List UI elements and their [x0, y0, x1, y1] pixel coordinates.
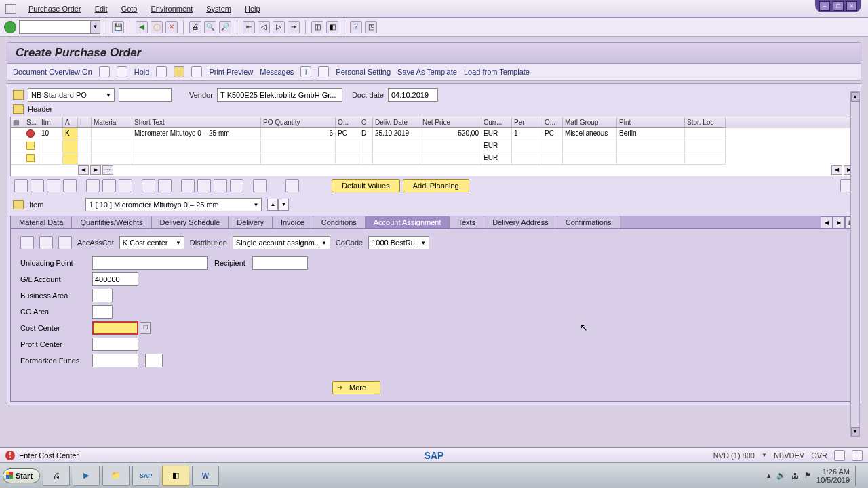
config-icon[interactable]: ⋯ [102, 165, 113, 175]
tray-show-desktop[interactable] [855, 466, 860, 486]
taskbar-word-icon[interactable]: W [192, 466, 219, 486]
hold-button[interactable]: Hold [134, 68, 150, 76]
more-button[interactable]: More [332, 381, 380, 394]
tab-conditions[interactable]: Conditions [313, 216, 366, 228]
shortcut-icon[interactable]: ◧ [326, 21, 338, 33]
col-opu[interactable]: O... [542, 117, 563, 128]
tab-quantities[interactable]: Quantities/Weights [72, 216, 151, 228]
status-icon2[interactable] [852, 450, 863, 461]
start-button[interactable]: Start [3, 468, 40, 483]
info-icon[interactable]: i [300, 66, 311, 77]
sort-desc-icon[interactable] [158, 179, 172, 192]
aa-copy-icon[interactable] [58, 236, 72, 249]
menu-icon[interactable] [5, 4, 16, 14]
close-button[interactable]: × [846, 1, 857, 11]
col-oun[interactable]: O... [336, 117, 359, 128]
tab-texts[interactable]: Texts [450, 216, 484, 228]
tray-volume-icon[interactable]: 🔊 [776, 471, 786, 480]
export-icon[interactable] [253, 179, 267, 192]
earmarked-funds-item-input[interactable] [145, 354, 163, 367]
table-row[interactable]: 10 K Micrometer Mitutoyo 0 – 25 mm 6 PC … [11, 128, 857, 140]
menu-goto[interactable]: Goto [115, 5, 144, 13]
vendor-input[interactable] [217, 88, 342, 102]
col-matlgroup[interactable]: Matl Group [563, 117, 617, 128]
tray-clock[interactable]: 1:26 AM 10/5/2019 [816, 468, 850, 484]
filter-icon[interactable] [181, 179, 195, 192]
taskbar-printer-icon[interactable]: 🖨 [43, 466, 70, 486]
create-icon[interactable] [99, 66, 110, 77]
accasscat-select[interactable]: K Cost center▼ [119, 236, 184, 249]
doc-date-input[interactable] [388, 88, 438, 102]
cost-center-input[interactable] [92, 321, 138, 335]
table-row[interactable]: EUR [11, 152, 857, 165]
load-from-template-button[interactable]: Load from Template [464, 68, 530, 76]
print-preview-icon[interactable] [191, 66, 202, 77]
print-preview-button[interactable]: Print Preview [209, 68, 253, 76]
col-delivdate[interactable]: Deliv. Date [373, 117, 420, 128]
distribution-select[interactable]: Single account assignm..▼ [233, 236, 330, 249]
menu-purchase-order[interactable]: Purchase Order [22, 5, 88, 13]
layout-icon[interactable]: ◳ [365, 21, 377, 33]
menu-edit[interactable]: Edit [88, 5, 115, 13]
copy-icon[interactable] [63, 179, 77, 192]
detail-icon[interactable] [14, 179, 28, 192]
item-up-icon[interactable]: ▲ [267, 199, 278, 211]
taskbar-sap-icon[interactable]: SAP [132, 466, 159, 486]
document-type-select[interactable]: NB Standard PO▼ [28, 88, 115, 102]
col-material[interactable]: Material [92, 117, 132, 128]
exit-icon[interactable]: ◯ [151, 21, 163, 33]
help-icon[interactable]: ? [350, 21, 362, 33]
header-folder-icon[interactable] [13, 104, 24, 114]
tab-scroll-left-icon[interactable]: ◀ [821, 216, 833, 228]
deselect-icon[interactable] [47, 179, 60, 192]
col-a[interactable]: A [63, 117, 78, 128]
tab-confirmations[interactable]: Confirmations [557, 216, 620, 228]
menu-environment[interactable]: Environment [144, 5, 199, 13]
check-icon[interactable] [174, 66, 184, 77]
tray-network-icon[interactable]: 🖧 [791, 472, 799, 480]
col-stor[interactable]: Stor. Loc [685, 117, 726, 128]
col-plnt[interactable]: Plnt [617, 117, 685, 128]
status-system[interactable]: NVD (1) 800 [713, 451, 755, 460]
unlock-icon[interactable] [119, 179, 132, 192]
co-area-input[interactable] [92, 305, 113, 319]
scroll-left-icon[interactable]: ◀ [78, 165, 89, 175]
business-area-input[interactable] [92, 289, 113, 302]
item-folder-icon[interactable] [13, 200, 24, 209]
tab-delivery[interactable]: Delivery [229, 216, 273, 228]
select-all-icon[interactable] [31, 179, 44, 192]
col-qty[interactable]: PO Quantity [261, 117, 336, 128]
tab-account-assignment[interactable]: Account Assignment [366, 216, 450, 228]
layout-icon[interactable] [230, 179, 243, 192]
tab-delivery-schedule[interactable]: Delivery Schedule [152, 216, 229, 228]
minimize-button[interactable]: − [819, 1, 830, 11]
col-i[interactable]: I [78, 117, 92, 128]
personal-setting-icon[interactable] [318, 66, 329, 77]
col-expand[interactable]: ▤ [11, 117, 24, 128]
cost-center-f4-icon[interactable]: ☐ [140, 322, 151, 334]
find-icon[interactable]: 🔍 [204, 21, 216, 33]
doc-icon[interactable] [285, 179, 299, 192]
table-row[interactable]: EUR [11, 140, 857, 152]
taskbar-explorer-icon[interactable]: 📁 [102, 466, 130, 486]
other-po-icon[interactable] [117, 66, 127, 77]
vertical-scrollbar[interactable]: ▲ ▼ [850, 92, 860, 437]
scroll-up-icon[interactable]: ▲ [851, 92, 859, 102]
enter-icon[interactable] [4, 21, 16, 33]
lock-icon[interactable] [102, 179, 116, 192]
tab-invoice[interactable]: Invoice [273, 216, 313, 228]
folder-icon[interactable] [13, 90, 24, 100]
messages-button[interactable]: Messages [260, 68, 294, 76]
unloading-point-input[interactable] [92, 256, 208, 270]
last-page-icon[interactable]: ⇥ [288, 21, 300, 33]
gl-account-input[interactable] [92, 272, 138, 286]
col-per[interactable]: Per [512, 117, 542, 128]
col-shorttext[interactable]: Short Text [132, 117, 261, 128]
aa-edit-icon[interactable] [39, 236, 53, 249]
col-curr[interactable]: Curr... [481, 117, 512, 128]
delete-icon[interactable] [86, 179, 100, 192]
taskbar-powershell-icon[interactable]: ▶ [73, 466, 100, 486]
profit-center-input[interactable] [92, 338, 138, 351]
recipient-input[interactable] [252, 256, 308, 270]
taskbar-sapgui-icon[interactable]: ◧ [162, 466, 189, 486]
